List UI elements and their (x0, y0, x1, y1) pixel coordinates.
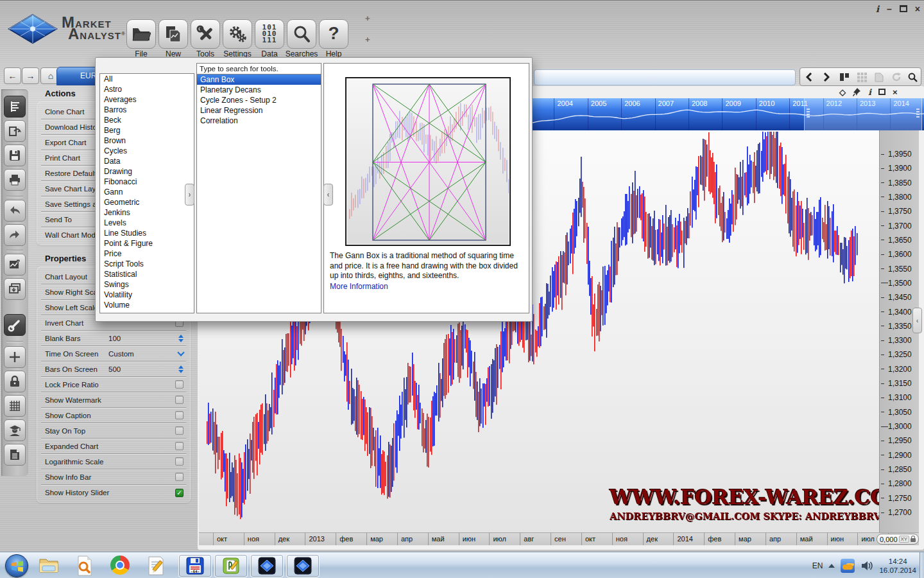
crosshair-button[interactable] (4, 346, 26, 368)
taskbar-app-notepadpp[interactable] (214, 554, 248, 577)
language-indicator[interactable]: EN (812, 561, 823, 570)
tool-search-input[interactable] (196, 63, 321, 74)
category-item[interactable]: Beck (100, 115, 194, 125)
clock[interactable]: 14:2416.07.2014 (879, 557, 916, 575)
category-item[interactable]: Volume (100, 300, 194, 310)
property-row[interactable]: Show Watermark (41, 392, 186, 408)
taskbar-app-market-analyst-1[interactable] (250, 554, 284, 577)
checkbox[interactable] (175, 411, 184, 419)
close-icon[interactable]: × (915, 4, 920, 14)
category-item[interactable]: Cycles (100, 146, 194, 156)
page-button[interactable] (871, 69, 887, 85)
wrench-button[interactable] (4, 314, 26, 336)
property-row[interactable]: Logarithmic Scale (41, 454, 186, 469)
back-button[interactable]: ← (4, 67, 21, 84)
speaker-icon[interactable] (860, 560, 873, 572)
taskbar-app-floppy[interactable]: -64- (178, 554, 212, 577)
grid-button[interactable] (4, 395, 26, 417)
category-item[interactable]: Levels (100, 218, 194, 228)
category-item[interactable]: Price (100, 249, 194, 259)
category-item[interactable]: Line Studies (100, 228, 194, 238)
category-item[interactable]: Swings (100, 279, 194, 290)
chart-levels-button[interactable] (4, 96, 26, 118)
show-desktop-button[interactable] (920, 552, 924, 578)
category-item[interactable]: Script Tools (100, 259, 194, 269)
explorer-taskbar-icon[interactable] (38, 556, 59, 577)
clone-chart-button[interactable] (4, 120, 26, 142)
undo-button[interactable] (4, 200, 26, 222)
dropdown-chevron-icon[interactable] (177, 349, 184, 356)
xy-lock-badge[interactable]: 0,000 XY (877, 534, 919, 545)
settings-button[interactable] (223, 19, 252, 49)
category-item[interactable]: Gann (100, 187, 194, 197)
checkbox[interactable] (175, 426, 184, 435)
description-scroll-button[interactable]: ‹ (323, 184, 333, 206)
category-item[interactable]: Brown (100, 136, 194, 146)
category-item[interactable]: Fibonacci (100, 177, 194, 187)
category-item[interactable]: Barros (100, 105, 194, 115)
searches-button[interactable] (287, 19, 316, 49)
tools-button[interactable] (191, 19, 220, 49)
education-button[interactable] (4, 419, 26, 441)
category-item[interactable]: Drawing (100, 166, 194, 177)
diamond-icon[interactable]: ◇ (839, 87, 846, 97)
checkbox[interactable] (175, 442, 184, 450)
stepper-icon[interactable] (178, 335, 184, 342)
tool-item[interactable]: Cycle Zones - Setup 2 (197, 95, 321, 105)
checkbox[interactable] (175, 396, 184, 404)
category-item[interactable]: Berg (100, 125, 194, 136)
category-item[interactable]: Averages (100, 94, 194, 105)
save-button[interactable] (4, 144, 26, 166)
category-item[interactable]: Geometric (100, 197, 194, 207)
image-stack-button[interactable] (4, 278, 26, 300)
chrome-taskbar-icon[interactable] (110, 556, 130, 575)
category-item[interactable]: Statistical (100, 269, 194, 279)
refresh-button[interactable] (889, 69, 904, 85)
checkbox[interactable] (175, 457, 184, 466)
stepper-icon[interactable] (178, 365, 184, 373)
category-scroll-button[interactable]: › (185, 184, 194, 206)
print-button[interactable] (4, 169, 26, 191)
new-button[interactable] (158, 19, 188, 49)
category-item[interactable]: Astro (100, 84, 194, 94)
property-row[interactable]: Show History Slider ✓ (41, 485, 186, 500)
category-item[interactable]: Point & Figure (100, 238, 194, 249)
checkbox[interactable] (175, 473, 184, 481)
lock-button[interactable] (4, 371, 26, 392)
slider-grip-right[interactable] (916, 109, 920, 118)
tool-item[interactable]: Planetary Decans (197, 85, 321, 95)
pin-icon[interactable] (853, 87, 861, 96)
tool-item[interactable]: Gann Box (197, 74, 321, 85)
prev-chart-button[interactable] (801, 69, 817, 85)
taskbar-app-market-analyst-2[interactable] (286, 554, 320, 577)
property-row[interactable]: Show Info Bar (41, 469, 186, 485)
notepad-taskbar-icon[interactable] (146, 556, 167, 578)
restore-icon[interactable] (878, 89, 886, 95)
redo-button[interactable] (4, 224, 26, 246)
property-row[interactable]: Blank Bars 100 (41, 331, 186, 346)
property-row[interactable]: Time On Screen Custom (41, 346, 186, 362)
category-item[interactable]: Jenkins (100, 207, 194, 218)
tray-expand-icon[interactable] (828, 564, 835, 568)
checkbox[interactable] (175, 380, 184, 389)
zoom-button[interactable] (905, 69, 920, 85)
next-chart-button[interactable] (819, 69, 834, 85)
property-row[interactable]: Bars On Screen 500 (41, 362, 186, 377)
file-button[interactable] (126, 19, 156, 49)
property-row[interactable]: Show Caption (41, 408, 186, 423)
data-button[interactable]: 101010111 (255, 19, 284, 49)
category-item[interactable]: Data (100, 156, 194, 166)
property-row[interactable]: Lock Price Ratio (41, 377, 186, 392)
forward-button[interactable]: → (22, 67, 39, 84)
minimize-icon[interactable]: – (887, 4, 892, 14)
tool-item[interactable]: Linear Regression (197, 105, 321, 116)
export-image-button[interactable] (4, 254, 26, 276)
search-doc-taskbar-icon[interactable] (76, 556, 94, 578)
info-icon[interactable]: i (876, 4, 879, 14)
tool-item[interactable]: Correlation (197, 116, 321, 126)
checkbox[interactable]: ✓ (175, 489, 184, 497)
property-row[interactable]: Stay On Top (41, 423, 186, 439)
help-button[interactable]: ? (319, 19, 348, 49)
info-icon[interactable]: i (868, 87, 871, 97)
start-button[interactable] (5, 554, 28, 577)
